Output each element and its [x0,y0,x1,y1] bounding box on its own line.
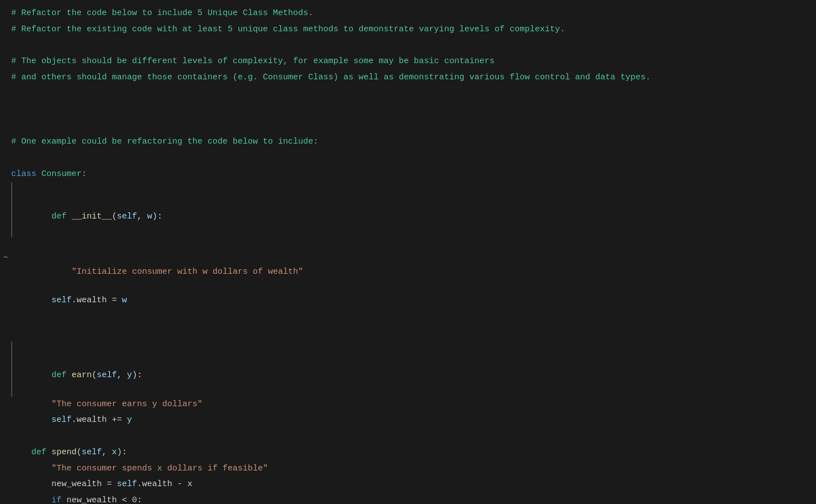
keyword-def: def [11,448,46,457]
line-8 [0,118,816,134]
comment-text: # One example could be refactoring the c… [11,137,318,146]
indent-marker [11,341,12,397]
comment-text: # Refactor the existing code with at lea… [11,25,565,34]
line-1: # Refactor the code below to include 5 U… [0,6,816,22]
indent-marker [11,182,12,237]
attr-wealth: wealth [77,415,107,425]
docstring-spend: "The consumer spends x dollars if feasib… [11,464,268,473]
line-13: ~ "Initialize consumer with w dollars of… [0,237,816,293]
var-w: w [122,296,127,305]
var-y: y [127,415,132,425]
attr-wealth: wealth [142,479,172,489]
line-9: # One example could be refactoring the c… [0,134,816,150]
class-name: Consumer: [41,169,87,179]
line-16 [0,325,816,341]
line-19: self.wealth += y [0,412,816,429]
func-name-earn: earn [72,370,92,380]
line-20 [0,429,816,445]
line-4: # The objects should be different levels… [0,54,816,70]
line-12: def __init__(self, w): [0,182,816,237]
line-21: def spend(self, x): [0,445,816,461]
param-y: y [127,370,132,380]
comment-text: # and others should manage those contain… [11,73,650,82]
line-23: new_wealth = self.wealth - x [0,477,816,493]
self-kw: self [11,415,72,425]
param-w: w [147,212,152,221]
line-3 [0,38,816,54]
self-kw: self [117,479,137,489]
line-14: self.wealth = w [0,293,816,309]
param-self: self [97,370,117,380]
docstring-init: "Initialize consumer with w dollars of w… [31,267,303,277]
line-6 [0,86,816,102]
tilde-marker: ~ [3,251,8,264]
func-name-spend: spend [51,448,77,457]
func-name-init: __init__ [72,212,112,221]
self-kw: self [11,296,72,305]
comment-text: # Refactor the code below to include 5 U… [11,8,313,18]
keyword-class: class [11,169,36,179]
line-15 [0,309,816,325]
docstring-earn: "The consumer earns y dollars" [11,400,202,409]
keyword-def: def [31,370,67,380]
line-11-class: class Consumer: [0,167,816,183]
keyword-def: def [31,212,67,221]
line-10 [0,150,816,167]
code-editor[interactable]: # Refactor the code below to include 5 U… [0,0,816,504]
comment-text: # The objects should be different levels… [11,56,494,66]
line-7 [0,102,816,118]
line-24: if new_wealth < 0: [0,493,816,504]
line-18: "The consumer earns y dollars" [0,397,816,413]
keyword-if: if [11,496,62,504]
line-2: # Refactor the existing code with at lea… [0,22,816,38]
line-22: "The consumer spends x dollars if feasib… [0,461,816,477]
line-5: # and others should manage those contain… [0,70,816,86]
attr-wealth: wealth [77,296,107,305]
param-x: x [112,448,117,457]
number-zero: 0 [132,496,137,504]
param-self: self [117,212,137,221]
line-17: def earn(self, y): [0,341,816,397]
param-self: self [82,448,102,457]
